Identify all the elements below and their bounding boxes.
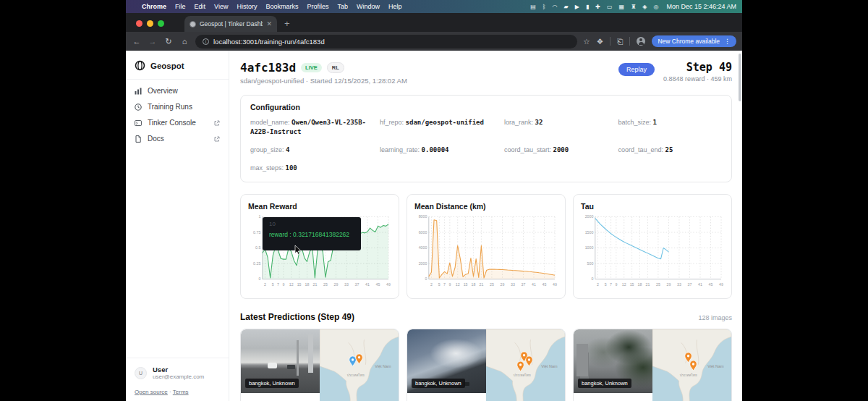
browser-toolbar: ← → ↻ ⌂ i localhost:3001/training-run/4a… <box>126 32 742 51</box>
profile-avatar-icon[interactable] <box>637 37 645 46</box>
new-tab-button[interactable]: + <box>284 18 290 29</box>
prediction-photo: bangkok, Unknown <box>407 329 486 393</box>
svg-text:9: 9 <box>615 282 617 287</box>
location-label: bangkok, Unknown <box>245 379 299 388</box>
menu-history[interactable]: History <box>237 3 257 10</box>
brand-name: Geospot <box>150 62 184 70</box>
forward-icon[interactable]: → <box>148 37 158 46</box>
shield-icon[interactable]: ◈ <box>642 4 647 10</box>
svg-text:49: 49 <box>386 282 391 287</box>
mean-distance-chart[interactable]: 0200040006000800025791215182125293337414… <box>414 214 558 290</box>
menu-bookmarks[interactable]: Bookmarks <box>265 3 298 10</box>
sidebar-item-overview[interactable]: Overview <box>135 87 220 95</box>
open-source-link[interactable]: Open source <box>135 389 168 395</box>
menu-window[interactable]: Window <box>357 3 380 10</box>
svg-text:1000: 1000 <box>585 246 594 250</box>
mouse-cursor <box>294 245 302 255</box>
prediction-card[interactable]: bangkok, Unknown Việt NamประเทศไทยMal Pi… <box>573 329 732 401</box>
sidebar-item-tinker-console[interactable]: Tinker Console <box>135 119 220 127</box>
svg-text:1500: 1500 <box>585 230 594 235</box>
bluetooth-icon[interactable]: ᛒ <box>542 4 546 10</box>
menu-tab[interactable]: Tab <box>337 3 348 10</box>
reload-icon[interactable]: ↻ <box>163 37 174 46</box>
svg-text:15: 15 <box>630 282 634 287</box>
toolbar-right: ☆ ❖ ⎗ New Chrome available ⋮ <box>583 35 736 47</box>
vpn-icon[interactable]: ▮ <box>586 4 589 10</box>
home-icon[interactable]: ⌂ <box>179 37 190 46</box>
browser-menu-dots-icon[interactable]: ⋮ <box>724 38 731 45</box>
svg-text:33: 33 <box>344 282 349 287</box>
location-label: bangkok, Unknown <box>578 379 631 388</box>
prediction-card[interactable]: bangkok, Unknown Việt NamประเทศไทยMal Pi… <box>240 329 399 401</box>
menu-file[interactable]: File <box>175 3 186 10</box>
address-bar[interactable]: i localhost:3001/training-run/4afc183d <box>195 35 577 48</box>
play-icon[interactable]: ▶ <box>575 4 579 10</box>
prediction-map[interactable]: Việt NamประเทศไทยMal Pigeon | © OpenStre… <box>652 329 731 401</box>
maximize-window-button[interactable] <box>158 20 164 27</box>
prediction-map[interactable]: Việt NamประเทศไทยMal Pigeon | © OpenStre… <box>486 329 565 401</box>
health-icon[interactable]: ✚ <box>595 4 600 10</box>
close-window-button[interactable] <box>136 20 142 27</box>
browser-tab[interactable]: Geospot | Tinker Dashboard ✕ <box>184 16 277 32</box>
send-to-device-icon[interactable]: ⎗ <box>617 37 623 46</box>
svg-text:0: 0 <box>258 277 260 282</box>
wifi-icon[interactable]: ◠ <box>553 4 558 10</box>
menu-profiles[interactable]: Profiles <box>307 3 328 10</box>
chart-title: Mean Distance (km) <box>414 202 558 211</box>
menu-help[interactable]: Help <box>388 3 402 10</box>
menu-view[interactable]: View <box>214 3 228 10</box>
display-icon[interactable]: ▭ <box>607 4 613 10</box>
battery-icon[interactable]: ▰ <box>564 4 569 10</box>
svg-text:25: 25 <box>656 282 660 287</box>
svg-text:9: 9 <box>282 282 284 287</box>
svg-text:7: 7 <box>610 282 612 287</box>
document-icon <box>135 135 142 143</box>
back-icon[interactable]: ← <box>132 37 142 46</box>
tools-icon[interactable]: ♜ <box>631 4 636 10</box>
svg-text:12: 12 <box>622 282 626 287</box>
sidebar-item-label: Docs <box>148 135 164 143</box>
replay-button[interactable]: Replay <box>618 63 655 76</box>
new-chrome-available-button[interactable]: New Chrome available ⋮ <box>652 35 736 47</box>
extensions-icon[interactable]: ❖ <box>597 37 603 46</box>
window-controls <box>126 20 171 32</box>
prediction-map[interactable]: Việt NamประเทศไทยMal Pigeon | © OpenStre… <box>320 329 399 401</box>
terms-link[interactable]: Terms <box>173 389 189 395</box>
svg-text:45: 45 <box>709 282 713 287</box>
svg-text:6000: 6000 <box>419 230 427 235</box>
record-icon[interactable]: ◎ <box>653 4 658 10</box>
site-info-icon[interactable]: i <box>203 38 209 45</box>
tau-chart[interactable]: 0500100015002000257912151821252933374145… <box>581 214 724 290</box>
user-row[interactable]: U User user@example.com <box>135 366 220 380</box>
menu-app-name[interactable]: Chrome <box>142 3 166 10</box>
svg-text:500: 500 <box>587 261 594 266</box>
config-item-group_size: group_size: 4 <box>250 145 370 155</box>
bookmark-star-icon[interactable]: ☆ <box>583 37 590 46</box>
config-item-coord_tau_start: coord_tau_start: 2000 <box>504 145 608 155</box>
user-switch-icon[interactable]: ▤ <box>530 4 536 10</box>
svg-text:37: 37 <box>355 282 359 287</box>
url-text[interactable]: localhost:3001/training-run/4afc183d <box>213 38 325 46</box>
sidebar-item-training-runs[interactable]: Training Runs <box>135 103 220 111</box>
tab-title: Geospot | Tinker Dashboard <box>200 20 263 28</box>
tab-close-icon[interactable]: ✕ <box>266 20 272 28</box>
footer-separator: · <box>169 389 171 395</box>
macos-menubar: Chrome File Edit View History Bookmarks … <box>126 0 742 13</box>
sidebar-item-docs[interactable]: Docs <box>135 135 220 143</box>
menu-edit[interactable]: Edit <box>195 3 206 10</box>
grid-icon[interactable]: ▦ <box>619 4 625 10</box>
brand[interactable]: Geospot <box>126 51 229 80</box>
run-header: 4afc183d LIVE RL sdan/geospot-unified · … <box>240 61 732 85</box>
svg-text:7: 7 <box>277 282 279 287</box>
menubar-clock[interactable]: Mon Dec 15 2:46:24 AM <box>666 3 736 10</box>
svg-text:21: 21 <box>645 282 650 287</box>
scrollbar[interactable] <box>739 54 741 101</box>
browser-tab-bar: Geospot | Tinker Dashboard ✕ + <box>126 13 742 32</box>
svg-text:Việt Nam: Việt Nam <box>541 364 558 368</box>
minimize-window-button[interactable] <box>147 20 153 27</box>
svg-text:41: 41 <box>365 282 370 287</box>
prediction-card[interactable]: bangkok, Unknown Việt NamประเทศไทยMal Pi… <box>407 329 566 401</box>
config-item-model_name: model_name: Qwen/Qwen3-VL-235B-A22B-Inst… <box>250 118 370 137</box>
svg-text:2000: 2000 <box>419 261 427 266</box>
svg-text:ประเทศไทย: ประเทศไทย <box>347 373 365 377</box>
